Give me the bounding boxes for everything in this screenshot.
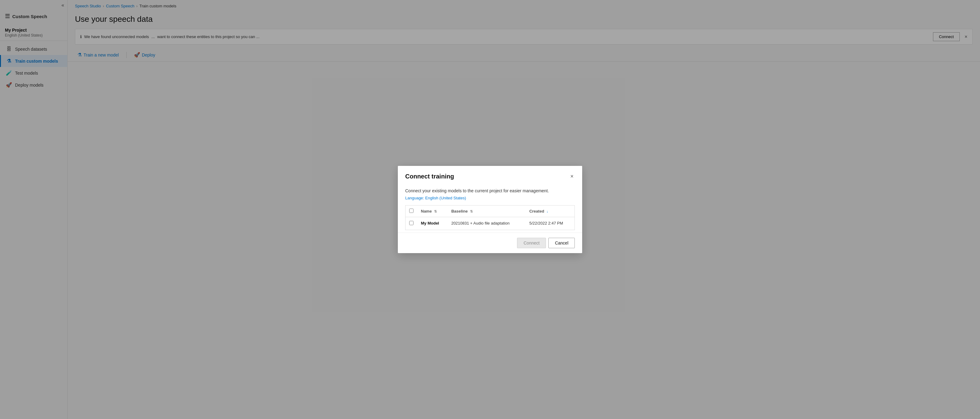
table-header-row: Name ⇅ Baseline ⇅ Created ↓ <box>406 206 574 217</box>
modal-description: Connect your existing models to the curr… <box>405 188 575 193</box>
connect-training-modal: Connect training × Connect your existing… <box>398 166 582 253</box>
modal-language: Language: English (United States) <box>405 196 575 200</box>
row-checkbox-cell <box>406 217 417 230</box>
model-baseline: 20210831 + Audio file adaptation <box>451 221 510 225</box>
modal-body: Connect your existing models to the curr… <box>398 185 582 233</box>
modal-close-button[interactable]: × <box>569 172 575 181</box>
col-baseline-label: Baseline <box>451 209 468 213</box>
modal-title: Connect training <box>405 173 454 180</box>
language-value-colored: English (United States) <box>425 196 466 200</box>
col-baseline: Baseline ⇅ <box>448 206 526 217</box>
table-header: Name ⇅ Baseline ⇅ Created ↓ <box>406 206 574 217</box>
row-checkbox[interactable] <box>409 221 414 225</box>
modal-footer: Connect Cancel <box>398 233 582 253</box>
row-baseline-cell: 20210831 + Audio file adaptation <box>448 217 526 230</box>
row-created-cell: 5/22/2022 2:47 PM <box>526 217 574 230</box>
row-name-cell: My Model <box>417 217 448 230</box>
col-name-label: Name <box>421 209 432 213</box>
name-sort-icon[interactable]: ⇅ <box>434 209 437 213</box>
table-row: My Model 20210831 + Audio file adaptatio… <box>406 217 574 230</box>
col-created-label: Created <box>529 209 544 213</box>
modal-cancel-button[interactable]: Cancel <box>548 238 575 248</box>
col-created: Created ↓ <box>526 206 574 217</box>
models-table: Name ⇅ Baseline ⇅ Created ↓ <box>406 206 574 230</box>
model-created: 5/22/2022 2:47 PM <box>529 221 563 225</box>
baseline-sort-icon[interactable]: ⇅ <box>470 209 473 213</box>
modal-backdrop: Connect training × Connect your existing… <box>0 0 980 419</box>
modal-description-text: Connect your existing models to the curr… <box>405 188 549 193</box>
modal-header: Connect training × <box>398 166 582 185</box>
select-all-checkbox[interactable] <box>409 209 414 213</box>
modal-table-wrap: Name ⇅ Baseline ⇅ Created ↓ <box>405 205 575 230</box>
modal-connect-button[interactable]: Connect <box>517 238 546 248</box>
model-name: My Model <box>421 221 439 225</box>
language-label: Language: <box>405 196 424 200</box>
table-body: My Model 20210831 + Audio file adaptatio… <box>406 217 574 230</box>
select-all-header <box>406 206 417 217</box>
created-sort-icon[interactable]: ↓ <box>547 209 548 213</box>
col-name: Name ⇅ <box>417 206 448 217</box>
